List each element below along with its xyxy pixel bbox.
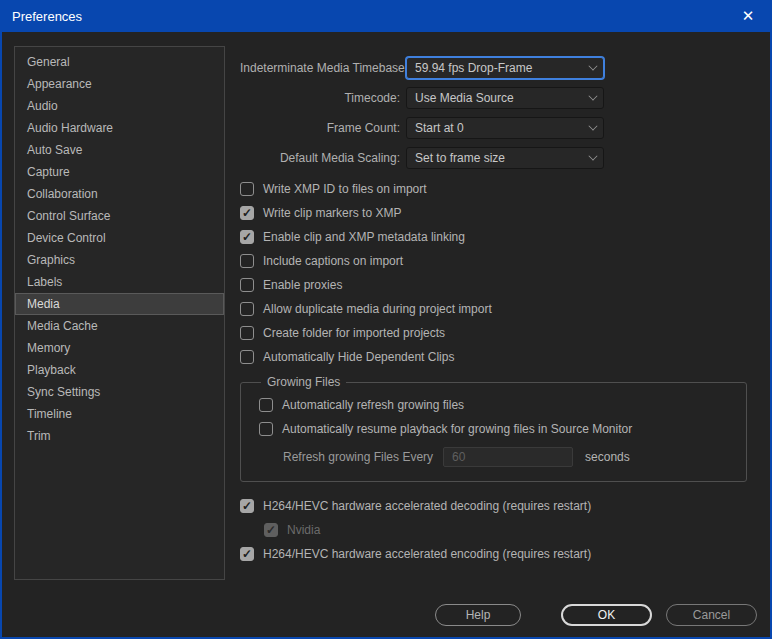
preferences-category-list: General Appearance Audio Audio Hardware … bbox=[14, 46, 225, 580]
growing-files-group: Growing Files Automatically refresh grow… bbox=[240, 375, 747, 482]
checkbox-label: Create folder for imported projects bbox=[263, 326, 445, 340]
sidebar-item-control-surface[interactable]: Control Surface bbox=[15, 205, 224, 227]
frame-count-row: Frame Count: Start at 0 bbox=[240, 117, 752, 139]
checkbox-icon[interactable] bbox=[240, 206, 254, 220]
checkbox-label: Include captions on import bbox=[263, 254, 403, 268]
timecode-select[interactable]: Use Media Source bbox=[406, 87, 604, 109]
checkbox-icon[interactable] bbox=[240, 182, 254, 196]
chevron-down-icon bbox=[588, 151, 597, 160]
sidebar-item-playback[interactable]: Playback bbox=[15, 359, 224, 381]
auto-resume-playback-checkbox[interactable]: Automatically resume playback for growin… bbox=[259, 417, 746, 441]
hw-encoding-checkbox[interactable]: H264/HEVC hardware accelerated encoding … bbox=[240, 542, 752, 566]
close-icon[interactable]: ✕ bbox=[738, 6, 758, 26]
sidebar-item-sync-settings[interactable]: Sync Settings bbox=[15, 381, 224, 403]
dialog-footer: Help OK Cancel bbox=[435, 604, 757, 626]
checkbox-label: Automatically resume playback for growin… bbox=[282, 422, 632, 436]
hardware-acceleration-section: H264/HEVC hardware accelerated decoding … bbox=[240, 494, 752, 566]
allow-duplicate-media-checkbox[interactable]: Allow duplicate media during project imp… bbox=[240, 297, 752, 321]
sidebar-item-memory[interactable]: Memory bbox=[15, 337, 224, 359]
media-preferences-panel: Indeterminate Media Timebase: 59.94 fps … bbox=[240, 57, 752, 566]
title-bar[interactable]: Preferences ✕ bbox=[0, 0, 772, 32]
sidebar-item-graphics[interactable]: Graphics bbox=[15, 249, 224, 271]
sidebar-item-device-control[interactable]: Device Control bbox=[15, 227, 224, 249]
checkbox-icon[interactable] bbox=[240, 278, 254, 292]
sidebar-item-media[interactable]: Media bbox=[15, 293, 224, 315]
include-captions-checkbox[interactable]: Include captions on import bbox=[240, 249, 752, 273]
sidebar-item-trim[interactable]: Trim bbox=[15, 425, 224, 447]
chevron-down-icon bbox=[588, 61, 597, 70]
checkbox-label: Allow duplicate media during project imp… bbox=[263, 302, 492, 316]
checkbox-icon[interactable] bbox=[240, 547, 254, 561]
dialog-body: General Appearance Audio Audio Hardware … bbox=[2, 32, 770, 637]
enable-proxies-checkbox[interactable]: Enable proxies bbox=[240, 273, 752, 297]
sidebar-item-general[interactable]: General bbox=[15, 51, 224, 73]
frame-count-label: Frame Count: bbox=[240, 121, 400, 135]
sidebar-item-timeline[interactable]: Timeline bbox=[15, 403, 224, 425]
checkbox-icon[interactable] bbox=[240, 302, 254, 316]
refresh-interval-input[interactable] bbox=[443, 447, 573, 467]
indeterminate-media-timebase-value: 59.94 fps Drop-Frame bbox=[415, 61, 532, 75]
checkbox-icon bbox=[264, 523, 278, 537]
sidebar-item-capture[interactable]: Capture bbox=[15, 161, 224, 183]
window-title: Preferences bbox=[12, 9, 82, 24]
growing-files-legend: Growing Files bbox=[261, 375, 346, 389]
default-media-scaling-value: Set to frame size bbox=[415, 151, 505, 165]
checkbox-label: Write clip markers to XMP bbox=[263, 206, 401, 220]
nvidia-checkbox: Nvidia bbox=[240, 518, 752, 542]
chevron-down-icon bbox=[588, 91, 597, 100]
checkbox-label: Nvidia bbox=[287, 523, 320, 537]
refresh-interval-label: Refresh growing Files Every bbox=[283, 450, 433, 464]
media-options-checkbox-list: Write XMP ID to files on import Write cl… bbox=[240, 177, 752, 369]
indeterminate-media-timebase-select[interactable]: 59.94 fps Drop-Frame bbox=[406, 57, 604, 79]
auto-refresh-growing-files-checkbox[interactable]: Automatically refresh growing files bbox=[259, 393, 746, 417]
checkbox-icon[interactable] bbox=[240, 230, 254, 244]
sidebar-item-audio-hardware[interactable]: Audio Hardware bbox=[15, 117, 224, 139]
refresh-interval-suffix: seconds bbox=[585, 450, 630, 464]
indeterminate-media-timebase-label: Indeterminate Media Timebase: bbox=[240, 61, 400, 75]
refresh-interval-row: Refresh growing Files Every seconds bbox=[259, 445, 746, 469]
sidebar-item-labels[interactable]: Labels bbox=[15, 271, 224, 293]
checkbox-label: Enable proxies bbox=[263, 278, 342, 292]
default-media-scaling-select[interactable]: Set to frame size bbox=[406, 147, 604, 169]
checkbox-label: Automatically Hide Dependent Clips bbox=[263, 350, 454, 364]
sidebar-item-audio[interactable]: Audio bbox=[15, 95, 224, 117]
write-xmp-id-checkbox[interactable]: Write XMP ID to files on import bbox=[240, 177, 752, 201]
checkbox-icon[interactable] bbox=[259, 398, 273, 412]
checkbox-icon[interactable] bbox=[240, 350, 254, 364]
checkbox-label: H264/HEVC hardware accelerated encoding … bbox=[263, 547, 591, 561]
create-folder-imported-projects-checkbox[interactable]: Create folder for imported projects bbox=[240, 321, 752, 345]
checkbox-icon[interactable] bbox=[240, 254, 254, 268]
hw-decoding-checkbox[interactable]: H264/HEVC hardware accelerated decoding … bbox=[240, 494, 752, 518]
auto-hide-dependent-clips-checkbox[interactable]: Automatically Hide Dependent Clips bbox=[240, 345, 752, 369]
frame-count-select[interactable]: Start at 0 bbox=[406, 117, 604, 139]
cancel-button[interactable]: Cancel bbox=[666, 604, 757, 626]
indeterminate-media-timebase-row: Indeterminate Media Timebase: 59.94 fps … bbox=[240, 57, 752, 79]
preferences-dialog: Preferences ✕ General Appearance Audio A… bbox=[0, 0, 772, 639]
checkbox-label: H264/HEVC hardware accelerated decoding … bbox=[263, 499, 591, 513]
sidebar-item-media-cache[interactable]: Media Cache bbox=[15, 315, 224, 337]
write-clip-markers-checkbox[interactable]: Write clip markers to XMP bbox=[240, 201, 752, 225]
default-media-scaling-label: Default Media Scaling: bbox=[240, 151, 400, 165]
sidebar-item-appearance[interactable]: Appearance bbox=[15, 73, 224, 95]
checkbox-icon[interactable] bbox=[259, 422, 273, 436]
sidebar-item-auto-save[interactable]: Auto Save bbox=[15, 139, 224, 161]
sidebar-item-collaboration[interactable]: Collaboration bbox=[15, 183, 224, 205]
default-media-scaling-row: Default Media Scaling: Set to frame size bbox=[240, 147, 752, 169]
timecode-label: Timecode: bbox=[240, 91, 400, 105]
checkbox-icon[interactable] bbox=[240, 499, 254, 513]
checkbox-label: Write XMP ID to files on import bbox=[263, 182, 427, 196]
checkbox-label: Enable clip and XMP metadata linking bbox=[263, 230, 465, 244]
enable-clip-xmp-linking-checkbox[interactable]: Enable clip and XMP metadata linking bbox=[240, 225, 752, 249]
help-button[interactable]: Help bbox=[435, 604, 521, 626]
timecode-value: Use Media Source bbox=[415, 91, 514, 105]
checkbox-label: Automatically refresh growing files bbox=[282, 398, 464, 412]
ok-button[interactable]: OK bbox=[561, 604, 652, 626]
chevron-down-icon bbox=[588, 121, 597, 130]
checkbox-icon[interactable] bbox=[240, 326, 254, 340]
frame-count-value: Start at 0 bbox=[415, 121, 464, 135]
timecode-row: Timecode: Use Media Source bbox=[240, 87, 752, 109]
